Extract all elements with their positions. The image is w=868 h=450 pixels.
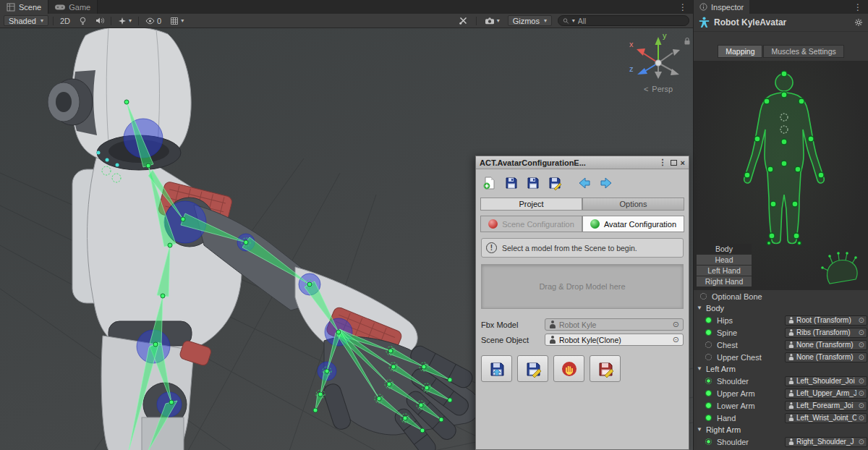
edit-scene-config-button[interactable] xyxy=(517,355,548,382)
object-picker-icon[interactable]: ⊙ xyxy=(859,390,864,397)
inspector-menu-kebab-icon[interactable]: ⋮ xyxy=(848,0,868,14)
scene-lighting-button[interactable] xyxy=(77,15,89,26)
group-header-left-arm[interactable]: ▼ Left Arm xyxy=(694,363,868,375)
bone-object-field[interactable]: Ribs (Transform) ⊙ xyxy=(785,328,867,338)
inspector-title: Robot KyleAvatar xyxy=(714,17,850,27)
projection-label: Persp xyxy=(652,85,673,93)
bone-object-field[interactable]: Left_Forearm_Joi ⊙ xyxy=(785,401,867,411)
group-label: Right Arm xyxy=(706,425,741,434)
optional-bone-label: Optional Bone xyxy=(712,292,762,301)
toolbar-separator xyxy=(138,17,139,25)
remove-avatar-config-button[interactable] xyxy=(590,355,621,382)
bone-object-field[interactable]: Right_Shoulder_J ⊙ xyxy=(785,437,867,447)
object-picker-icon[interactable]: ⊙ xyxy=(859,438,864,446)
object-picker-icon[interactable]: ⊙ xyxy=(859,341,864,349)
group-header-body[interactable]: ▼ Body xyxy=(694,302,868,314)
bone-mapping-list: Optional Bone ▼ Body Hips Root (Transfor… xyxy=(694,289,868,448)
avatar-icon xyxy=(699,17,710,28)
tools-icon xyxy=(459,16,468,25)
bone-object-value: Left_Forearm_Joi xyxy=(796,402,856,409)
object-picker-icon[interactable]: ⊙ xyxy=(859,402,864,409)
object-picker-icon[interactable]: ⊙ xyxy=(673,320,679,328)
shading-mode-dropdown[interactable]: Shaded ▾ xyxy=(4,15,48,26)
scene-audio-button[interactable] xyxy=(93,15,106,26)
inspector-tabbar: Inspector ⋮ xyxy=(694,0,868,14)
bone-name: Hand xyxy=(717,414,780,423)
tab-inspector[interactable]: Inspector xyxy=(694,0,749,14)
unity-editor: Scene Game ⋮ Shaded ▾ 2D xyxy=(0,0,868,450)
avatar-hand-apply-button[interactable] xyxy=(553,355,584,382)
axis-z-label: z xyxy=(629,64,634,73)
tab-game[interactable]: Game xyxy=(48,0,98,14)
tab-muscles-settings[interactable]: Muscles & Settings xyxy=(763,45,843,58)
part-tab-left-hand[interactable]: Left Hand xyxy=(697,266,752,276)
new-document-icon xyxy=(482,176,497,190)
foldout-icon: ▼ xyxy=(697,305,702,311)
object-picker-icon[interactable]: ⊙ xyxy=(673,336,679,344)
bone-object-field[interactable]: None (Transform) ⊙ xyxy=(785,352,867,362)
scene-search[interactable]: ▾ xyxy=(558,15,689,26)
window-menu-kebab-icon[interactable]: ⋮ xyxy=(659,158,667,167)
avatar-configuration-button[interactable]: Avatar Configuration xyxy=(582,216,684,232)
part-tab-right-hand[interactable]: Right Hand xyxy=(697,276,752,286)
part-tab-head[interactable]: Head xyxy=(697,255,752,265)
gear-icon[interactable] xyxy=(854,18,863,27)
scene-configuration-button[interactable]: Scene Configuration xyxy=(480,216,582,232)
scene-menu-kebab-icon[interactable]: ⋮ xyxy=(673,0,693,14)
bone-object-field[interactable]: Left_Shoulder_Joi ⊙ xyxy=(785,376,867,386)
bone-object-field[interactable]: Root (Transform) ⊙ xyxy=(785,315,867,326)
model-drop-zone[interactable]: Drag & Drop Model here xyxy=(481,264,684,309)
bone-object-field[interactable]: Left_Wrist_Joint_C ⊙ xyxy=(785,413,867,423)
save-scene-config-button[interactable] xyxy=(481,355,512,382)
avatar-mapping-diagram[interactable]: Body Head Left Hand Right Hand xyxy=(694,61,868,289)
lock-icon[interactable] xyxy=(684,37,691,47)
bone-name: Shoulder xyxy=(717,438,780,446)
tabbar-spacer xyxy=(98,0,673,14)
part-tab-body-label: Body xyxy=(715,245,733,253)
tab-scene-label: Scene xyxy=(19,3,41,12)
tab-options[interactable]: Options xyxy=(582,198,684,211)
transform-icon xyxy=(788,354,793,360)
tab-project[interactable]: Project xyxy=(480,198,582,211)
scene-camera-dropdown[interactable]: ▾ xyxy=(482,15,502,26)
scene-orientation-gizmo[interactable]: y x z < Persp xyxy=(629,31,687,98)
scene-tools-button[interactable] xyxy=(456,15,470,26)
object-picker-icon[interactable]: ⊙ xyxy=(859,317,864,324)
bone-object-field[interactable]: None (Transform) ⊙ xyxy=(785,340,867,350)
back-button[interactable] xyxy=(575,174,593,192)
gizmos-dropdown[interactable]: Gizmos ▾ xyxy=(508,15,552,26)
floppy-arrow-icon xyxy=(488,360,506,378)
window-titlebar[interactable]: ACT.AvatarConfigurationE... ⋮ × xyxy=(476,156,689,169)
group-header-right-arm[interactable]: ▼ Right Arm xyxy=(694,424,868,436)
fbx-model-field[interactable]: Robot Kyle ⊙ xyxy=(545,318,684,331)
toggle-2d-button[interactable]: 2D xyxy=(58,15,72,26)
tab-project-label: Project xyxy=(519,200,543,208)
scene-grid-dropdown[interactable]: ▾ xyxy=(168,15,186,26)
save-all-button[interactable] xyxy=(524,174,542,192)
part-tab-body[interactable]: Body xyxy=(697,244,752,254)
object-picker-icon[interactable]: ⊙ xyxy=(859,415,864,422)
object-icon xyxy=(549,336,556,344)
config-fields: Fbx Model Robot Kyle ⊙ Scene Object Robo… xyxy=(481,318,684,346)
rename-config-button[interactable] xyxy=(545,174,563,192)
bone-state-icon xyxy=(705,341,712,348)
tab-scene[interactable]: Scene xyxy=(0,0,48,14)
maximize-icon[interactable] xyxy=(671,160,677,166)
save-button[interactable] xyxy=(502,174,520,192)
new-config-button[interactable] xyxy=(480,174,498,192)
object-picker-icon[interactable]: ⊙ xyxy=(859,378,864,385)
bone-object-field[interactable]: Left_Upper_Arm_J ⊙ xyxy=(785,389,867,399)
scene-visibility-button[interactable]: 0 xyxy=(143,15,163,26)
projection-toggle[interactable]: < Persp xyxy=(629,85,687,93)
scene-object-field[interactable]: Robot Kyle(Clone) ⊙ xyxy=(545,334,684,346)
bone-object-value: None (Transform) xyxy=(796,341,856,349)
scene-effects-dropdown[interactable]: ▾ xyxy=(116,15,134,26)
forward-button[interactable] xyxy=(597,174,615,192)
object-picker-icon[interactable]: ⊙ xyxy=(859,329,864,336)
object-picker-icon[interactable]: ⊙ xyxy=(859,354,864,361)
fbx-model-value: Robot Kyle xyxy=(559,320,669,329)
close-icon[interactable]: × xyxy=(681,158,685,167)
scene-search-input[interactable] xyxy=(578,17,684,25)
tab-mapping[interactable]: Mapping xyxy=(718,45,762,58)
scene-object-label: Scene Object xyxy=(481,336,545,344)
